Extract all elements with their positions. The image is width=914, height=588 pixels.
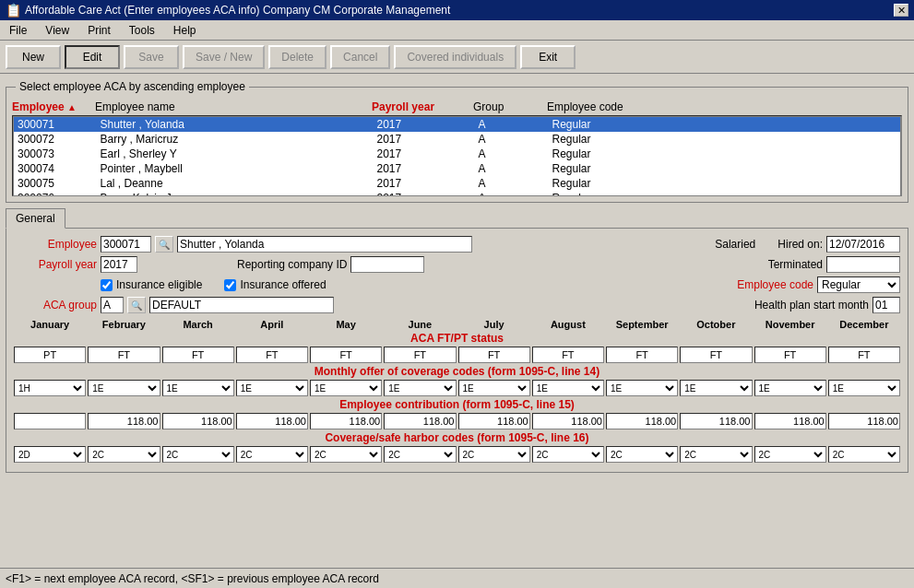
coverage-select-8[interactable]: 1H1E1A1B1C1D1F1G1H1I1J1K1L1M1N1O bbox=[606, 380, 678, 396]
menu-file[interactable]: File bbox=[4, 22, 32, 39]
employee-id-input[interactable] bbox=[101, 236, 151, 253]
harbor-cell-2[interactable]: 2A2B2C2D2E2F2G2H2I bbox=[162, 446, 234, 463]
contribution-input-2[interactable] bbox=[162, 413, 234, 429]
reporting-company-input[interactable] bbox=[350, 256, 424, 273]
cancel-button[interactable]: Cancel bbox=[330, 45, 390, 69]
ft-pt-input-3[interactable] bbox=[236, 347, 308, 363]
table-row[interactable]: 300074 Pointer , Maybell 2017 A Regular bbox=[14, 161, 901, 176]
harbor-select-2[interactable]: 2A2B2C2D2E2F2G2H2I bbox=[162, 446, 234, 463]
coverage-cell-6[interactable]: 1H1E1A1B1C1D1F1G1H1I1J1K1L1M1N1O bbox=[458, 380, 530, 396]
employee-code-select[interactable]: Regular Part-time Seasonal bbox=[817, 276, 900, 293]
col-employee[interactable]: Employee ▲ bbox=[12, 100, 95, 113]
harbor-select-8[interactable]: 2A2B2C2D2E2F2G2H2I bbox=[606, 446, 678, 463]
coverage-cell-2[interactable]: 1H1E1A1B1C1D1F1G1H1I1J1K1L1M1N1O bbox=[162, 380, 234, 396]
coverage-select-6[interactable]: 1H1E1A1B1C1D1F1G1H1I1J1K1L1M1N1O bbox=[458, 380, 530, 396]
contribution-cell-1[interactable] bbox=[88, 413, 160, 429]
harbor-cell-4[interactable]: 2A2B2C2D2E2F2G2H2I bbox=[310, 446, 382, 463]
harbor-cell-7[interactable]: 2A2B2C2D2E2F2G2H2I bbox=[532, 446, 604, 463]
coverage-cell-5[interactable]: 1H1E1A1B1C1D1F1G1H1I1J1K1L1M1N1O bbox=[384, 380, 456, 396]
ft-pt-input-6[interactable] bbox=[458, 347, 530, 363]
edit-button[interactable]: Edit bbox=[65, 45, 120, 69]
ft-pt-input-1[interactable] bbox=[88, 347, 160, 363]
contribution-cell-5[interactable] bbox=[384, 413, 456, 429]
ft-pt-cell-2[interactable] bbox=[162, 347, 234, 363]
contribution-cell-3[interactable] bbox=[236, 413, 308, 429]
contribution-cell-9[interactable] bbox=[680, 413, 752, 429]
contribution-input-3[interactable] bbox=[236, 413, 308, 429]
harbor-cell-10[interactable]: 2A2B2C2D2E2F2G2H2I bbox=[754, 446, 826, 463]
contribution-input-5[interactable] bbox=[384, 413, 456, 429]
terminated-input[interactable] bbox=[826, 256, 900, 273]
covered-individuals-button[interactable]: Covered individuals bbox=[394, 45, 516, 69]
aca-group-lookup-button[interactable]: 🔍 bbox=[127, 297, 146, 313]
save-button[interactable]: Save bbox=[124, 45, 179, 69]
hired-on-input[interactable] bbox=[826, 236, 900, 253]
menu-tools[interactable]: Tools bbox=[124, 22, 160, 39]
contribution-cell-11[interactable] bbox=[828, 413, 900, 429]
ft-pt-input-4[interactable] bbox=[310, 347, 382, 363]
coverage-cell-4[interactable]: 1H1E1A1B1C1D1F1G1H1I1J1K1L1M1N1O bbox=[310, 380, 382, 396]
contribution-input-9[interactable] bbox=[680, 413, 752, 429]
menu-view[interactable]: View bbox=[40, 22, 75, 39]
harbor-cell-5[interactable]: 2A2B2C2D2E2F2G2H2I bbox=[384, 446, 456, 463]
employee-name-input[interactable] bbox=[177, 236, 472, 253]
harbor-select-7[interactable]: 2A2B2C2D2E2F2G2H2I bbox=[532, 446, 604, 463]
coverage-cell-8[interactable]: 1H1E1A1B1C1D1F1G1H1I1J1K1L1M1N1O bbox=[606, 380, 678, 396]
harbor-cell-8[interactable]: 2A2B2C2D2E2F2G2H2I bbox=[606, 446, 678, 463]
coverage-select-10[interactable]: 1H1E1A1B1C1D1F1G1H1I1J1K1L1M1N1O bbox=[754, 380, 826, 396]
coverage-select-2[interactable]: 1H1E1A1B1C1D1F1G1H1I1J1K1L1M1N1O bbox=[162, 380, 234, 396]
ft-pt-cell-7[interactable] bbox=[532, 347, 604, 363]
harbor-select-0[interactable]: 2A2B2C2D2E2F2G2H2I bbox=[14, 446, 86, 463]
contribution-cell-0[interactable] bbox=[14, 413, 86, 429]
employee-lookup-button[interactable]: 🔍 bbox=[155, 236, 173, 253]
harbor-select-10[interactable]: 2A2B2C2D2E2F2G2H2I bbox=[754, 446, 826, 463]
contribution-cell-10[interactable] bbox=[754, 413, 826, 429]
contribution-input-11[interactable] bbox=[828, 413, 900, 429]
ft-pt-input-9[interactable] bbox=[680, 347, 752, 363]
ft-pt-cell-0[interactable] bbox=[14, 347, 86, 363]
ft-pt-cell-10[interactable] bbox=[754, 347, 826, 363]
contribution-input-10[interactable] bbox=[754, 413, 826, 429]
harbor-cell-6[interactable]: 2A2B2C2D2E2F2G2H2I bbox=[458, 446, 530, 463]
ft-pt-cell-8[interactable] bbox=[606, 347, 678, 363]
ft-pt-input-2[interactable] bbox=[162, 347, 234, 363]
contribution-input-0[interactable] bbox=[14, 413, 86, 429]
coverage-select-0[interactable]: 1H1E1A1B1C1D1F1G1H1I1J1K1L1M1N1O bbox=[14, 380, 86, 396]
contribution-input-7[interactable] bbox=[532, 413, 604, 429]
aca-group-name-input[interactable] bbox=[149, 297, 334, 313]
ft-pt-input-11[interactable] bbox=[828, 347, 900, 363]
ft-pt-cell-5[interactable] bbox=[384, 347, 456, 363]
contribution-input-6[interactable] bbox=[458, 413, 530, 429]
harbor-select-11[interactable]: 2A2B2C2D2E2F2G2H2I bbox=[828, 446, 900, 463]
harbor-cell-0[interactable]: 2A2B2C2D2E2F2G2H2I bbox=[14, 446, 86, 463]
tab-general[interactable]: General bbox=[6, 208, 65, 229]
menu-print[interactable]: Print bbox=[82, 22, 116, 39]
coverage-select-4[interactable]: 1H1E1A1B1C1D1F1G1H1I1J1K1L1M1N1O bbox=[310, 380, 382, 396]
harbor-select-5[interactable]: 2A2B2C2D2E2F2G2H2I bbox=[384, 446, 456, 463]
harbor-select-9[interactable]: 2A2B2C2D2E2F2G2H2I bbox=[680, 446, 752, 463]
contribution-cell-6[interactable] bbox=[458, 413, 530, 429]
harbor-select-4[interactable]: 2A2B2C2D2E2F2G2H2I bbox=[310, 446, 382, 463]
harbor-select-1[interactable]: 2A2B2C2D2E2F2G2H2I bbox=[88, 446, 160, 463]
new-button[interactable]: New bbox=[6, 45, 61, 69]
contribution-cell-8[interactable] bbox=[606, 413, 678, 429]
coverage-select-1[interactable]: 1H1E1A1B1C1D1F1G1H1I1J1K1L1M1N1O bbox=[88, 380, 160, 396]
table-row[interactable]: 300072 Barry , Maricruz 2017 A Regular bbox=[14, 132, 901, 147]
delete-button[interactable]: Delete bbox=[268, 45, 326, 69]
ft-pt-cell-4[interactable] bbox=[310, 347, 382, 363]
exit-button[interactable]: Exit bbox=[520, 45, 576, 69]
coverage-cell-0[interactable]: 1H1E1A1B1C1D1F1G1H1I1J1K1L1M1N1O bbox=[14, 380, 86, 396]
coverage-cell-11[interactable]: 1H1E1A1B1C1D1F1G1H1I1J1K1L1M1N1O bbox=[828, 380, 900, 396]
coverage-cell-10[interactable]: 1H1E1A1B1C1D1F1G1H1I1J1K1L1M1N1O bbox=[754, 380, 826, 396]
close-button[interactable]: ✕ bbox=[894, 4, 908, 17]
coverage-select-3[interactable]: 1H1E1A1B1C1D1F1G1H1I1J1K1L1M1N1O bbox=[236, 380, 308, 396]
payroll-year-input[interactable] bbox=[101, 256, 137, 273]
ft-pt-input-8[interactable] bbox=[606, 347, 678, 363]
insurance-eligible-checkbox[interactable] bbox=[101, 279, 113, 291]
save-new-button[interactable]: Save / New bbox=[183, 45, 265, 69]
menu-help[interactable]: Help bbox=[168, 22, 202, 39]
coverage-cell-3[interactable]: 1H1E1A1B1C1D1F1G1H1I1J1K1L1M1N1O bbox=[236, 380, 308, 396]
harbor-select-3[interactable]: 2A2B2C2D2E2F2G2H2I bbox=[236, 446, 308, 463]
coverage-cell-7[interactable]: 1H1E1A1B1C1D1F1G1H1I1J1K1L1M1N1O bbox=[532, 380, 604, 396]
insurance-offered-checkbox[interactable] bbox=[224, 279, 236, 291]
